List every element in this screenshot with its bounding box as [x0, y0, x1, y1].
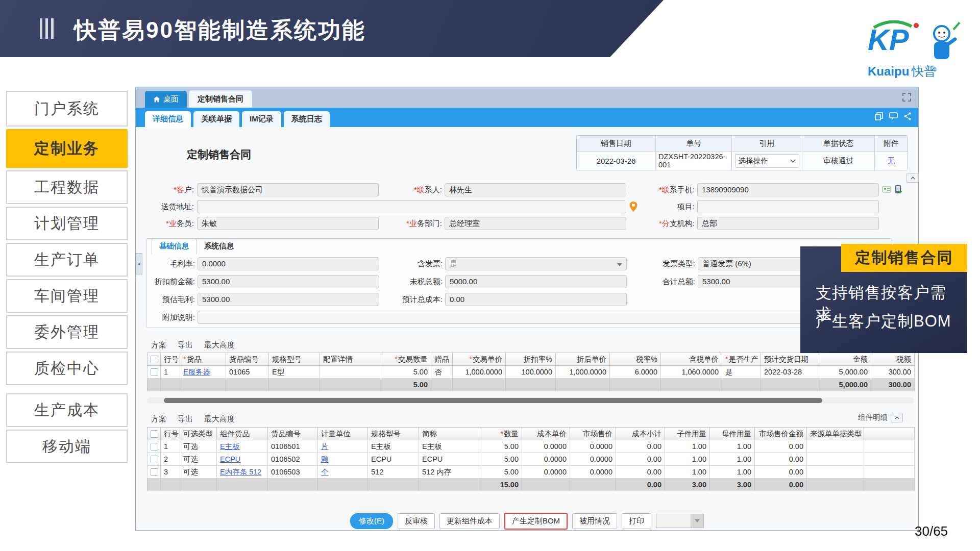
pre-discount-field[interactable]: 5300.00 — [198, 275, 379, 288]
message-icon[interactable] — [889, 112, 898, 120]
sidebar-item-engineering-data[interactable]: 工程数据 — [6, 170, 128, 204]
toolbar-export-link[interactable]: 导出 — [178, 414, 193, 424]
column-header[interactable]: *货品 — [180, 353, 226, 366]
toolbar-plan-link[interactable]: 方案 — [151, 340, 166, 350]
column-header[interactable]: 市场售价金额 — [755, 428, 807, 440]
modify-button[interactable]: 修改(E) — [350, 513, 393, 529]
column-header[interactable]: *数量 — [481, 428, 522, 440]
toolbar-max-height-link[interactable]: 最大高度 — [204, 414, 235, 424]
column-header[interactable]: 配置详情 — [320, 353, 381, 366]
column-header[interactable]: 市场售价 — [570, 428, 616, 440]
toolbar-export-link[interactable]: 导出 — [178, 340, 193, 350]
column-header[interactable]: 来源单单据类型 — [807, 428, 864, 440]
usage-button[interactable]: 被用情况 — [572, 513, 617, 529]
customer-field[interactable]: 快普演示数据公司 — [197, 183, 379, 196]
column-header[interactable]: 组件货品 — [217, 428, 268, 440]
phone-device-icon[interactable] — [894, 185, 903, 194]
subtab-details[interactable]: 详细信息 — [145, 111, 191, 127]
sidebar-item-mobile[interactable]: 移动端 — [6, 430, 128, 463]
est-cost-field[interactable]: 0.00 — [445, 293, 627, 306]
column-header[interactable]: 行号 — [161, 353, 180, 366]
column-header[interactable]: 母件用量 — [710, 428, 755, 440]
mobile-field[interactable]: 13890909090 — [697, 183, 879, 196]
sidebar-item-quality-center[interactable]: 质检中心 — [6, 352, 128, 385]
share-icon[interactable] — [904, 112, 911, 120]
untaxed-total-field[interactable]: 5000.00 — [445, 275, 627, 288]
toolbar-max-height-link[interactable]: 最大高度 — [204, 340, 235, 350]
contact-field[interactable]: 林先生 — [445, 183, 626, 196]
column-header[interactable]: 子件用量 — [665, 428, 710, 440]
checkbox[interactable] — [151, 368, 158, 376]
cell-link[interactable]: 颗 — [321, 455, 329, 463]
column-header[interactable]: 行号 — [161, 428, 180, 440]
column-header[interactable]: *是否生产 — [722, 353, 761, 366]
toolbar-plan-link[interactable]: 方案 — [151, 414, 166, 424]
cell-link[interactable]: E服务器 — [183, 368, 210, 376]
cell-link[interactable]: E内存条 512 — [220, 468, 261, 476]
column-header[interactable]: 含税单价 — [661, 353, 722, 366]
checkbox[interactable] — [151, 430, 158, 438]
has-invoice-select[interactable]: 是 — [445, 257, 627, 270]
note-field[interactable] — [198, 311, 879, 324]
print-button[interactable]: 打印 — [622, 513, 651, 529]
sidebar-item-outsourcing[interactable]: 委外管理 — [6, 315, 128, 349]
collapse-side-handle[interactable]: ◂ — [136, 253, 142, 274]
tab-basic-info[interactable]: 基础信息 — [152, 238, 197, 254]
column-header[interactable] — [148, 428, 161, 440]
cell-link[interactable]: E主板 — [220, 442, 240, 450]
sidebar-item-workshop[interactable]: 车间管理 — [6, 279, 128, 313]
sidebar-item-custom-business[interactable]: 定制业务 — [6, 129, 128, 168]
dept-field[interactable]: 总经理室 — [445, 217, 626, 230]
tab-system-info[interactable]: 系统信息 — [197, 238, 241, 254]
attachment-link[interactable]: 无 — [888, 156, 895, 166]
column-header[interactable]: 税率% — [610, 353, 661, 366]
column-header[interactable]: 规格型号 — [269, 353, 320, 366]
tab-custom-sales-contract[interactable]: 定制销售合同 — [189, 90, 252, 108]
maximize-icon[interactable] — [875, 112, 883, 120]
footer-dropdown[interactable] — [656, 514, 704, 528]
column-header[interactable]: 规格型号 — [368, 428, 419, 440]
subtab-related-docs[interactable]: 关联单据 — [193, 111, 239, 127]
column-header[interactable]: 货品编号 — [268, 428, 318, 440]
horizontal-scrollbar-thumb[interactable] — [164, 398, 822, 403]
branch-field[interactable]: 总部 — [697, 217, 879, 230]
column-header[interactable]: *交易单价 — [453, 353, 506, 366]
checkbox[interactable] — [151, 456, 158, 463]
generate-custom-bom-button[interactable]: 产生定制BOM — [504, 513, 568, 530]
salesman-field[interactable]: 朱敏 — [197, 217, 379, 230]
column-header[interactable] — [148, 353, 161, 366]
column-header[interactable]: 计量单位 — [318, 428, 368, 440]
subtab-im-records[interactable]: IM记录 — [242, 111, 281, 127]
column-header[interactable]: 折后单价 — [556, 353, 610, 366]
sidebar-item-portal[interactable]: 门户系统 — [6, 91, 128, 127]
column-header[interactable]: 折扣率% — [506, 353, 556, 366]
column-header[interactable]: 货品编号 — [226, 353, 269, 366]
expand-icon[interactable] — [902, 93, 911, 102]
tab-desktop[interactable]: 桌面 — [145, 91, 187, 108]
project-field[interactable] — [697, 200, 879, 213]
column-header[interactable] — [864, 428, 915, 440]
column-header[interactable]: 成本单价 — [522, 428, 570, 440]
unapprove-button[interactable]: 反审核 — [398, 513, 435, 529]
cell-link[interactable]: 个 — [321, 468, 329, 476]
sidebar-item-production-cost[interactable]: 生产成本 — [6, 393, 128, 427]
column-header[interactable]: 简称 — [419, 428, 481, 440]
column-header[interactable]: *交易数量 — [381, 353, 431, 366]
contact-card-icon[interactable] — [882, 185, 891, 194]
gross-rate-field[interactable]: 0.0000 — [198, 257, 379, 270]
cell-link[interactable]: ECPU — [220, 455, 240, 463]
column-header[interactable]: 赠品 — [431, 353, 453, 366]
cell-link[interactable]: 片 — [321, 442, 329, 450]
column-header[interactable]: 预计交货日期 — [761, 353, 820, 366]
column-header[interactable]: 成本小计 — [616, 428, 665, 440]
checkbox[interactable] — [151, 443, 158, 450]
update-component-cost-button[interactable]: 更新组件成本 — [439, 513, 500, 529]
sidebar-item-plan-management[interactable]: 计划管理 — [6, 207, 128, 240]
est-profit-field[interactable]: 5300.00 — [198, 293, 379, 306]
column-header[interactable]: 金额 — [820, 353, 871, 366]
quote-action-select[interactable]: 选择操作 — [735, 154, 799, 168]
checkbox[interactable] — [151, 356, 158, 363]
column-header[interactable]: 税额 — [871, 353, 915, 366]
subtab-system-log[interactable]: 系统日志 — [284, 111, 330, 127]
sidebar-item-production-order[interactable]: 生产订单 — [6, 243, 128, 277]
